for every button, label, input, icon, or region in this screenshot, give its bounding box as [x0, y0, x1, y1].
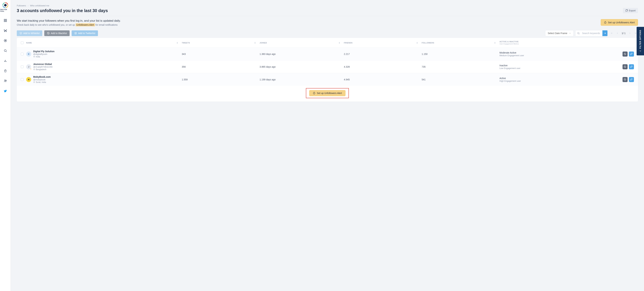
- row-checkbox[interactable]: [21, 78, 24, 81]
- col-tweets[interactable]: TWEETS ▲▼: [182, 42, 260, 44]
- col-joined[interactable]: JOINED ▲▼: [260, 42, 344, 44]
- page-first-button[interactable]: [609, 31, 614, 36]
- search-input[interactable]: [582, 30, 602, 36]
- block-button[interactable]: [622, 52, 628, 57]
- list-icon: [74, 32, 77, 35]
- nav-target-icon[interactable]: [2, 37, 9, 44]
- svg-point-31: [578, 32, 579, 34]
- brand-name: TWITTER TOOL: [0, 9, 10, 12]
- breadcrumb: Followers › Who unfollowed me: [17, 4, 638, 7]
- table-row: J Jeunesse Global @ArafatR70632290 Bangl…: [17, 60, 638, 73]
- table-row: D Digital Fly Solution @digitalflysoln I…: [17, 48, 638, 60]
- cell-tweets: 356: [182, 66, 260, 68]
- highlight-outline: Set up Unfollowers Alert: [306, 88, 349, 98]
- cell-joined: 1.199 days ago: [260, 78, 344, 81]
- svg-line-44: [624, 79, 626, 80]
- nav-analytics-icon[interactable]: [2, 57, 9, 64]
- row-checkbox[interactable]: [21, 53, 24, 55]
- avatar: D: [26, 52, 31, 57]
- stopwatch-icon: [313, 92, 316, 95]
- nav-trash-icon[interactable]: [2, 68, 9, 74]
- row-checkbox[interactable]: [21, 66, 24, 68]
- svg-line-32: [579, 34, 580, 34]
- nav-twitter-icon[interactable]: [2, 88, 9, 94]
- col-followers[interactable]: FOLLOWERS ▲▼: [422, 42, 500, 44]
- user-name[interactable]: Jeunesse Global: [33, 63, 52, 66]
- nav-network-icon[interactable]: [2, 27, 9, 34]
- svg-point-15: [5, 40, 6, 41]
- search-box: [575, 30, 608, 36]
- main-content: Followers › Who unfollowed me 3 accounts…: [11, 0, 644, 108]
- table-header: NAME ▲▼ TWEETS ▲▼ JOINED ▲▼ FRIENDS ▲▼ F…: [17, 38, 638, 48]
- bulk-action-group: Add to Whitelist Add to Blacklist Add to…: [17, 30, 98, 36]
- svg-line-12: [4, 31, 5, 32]
- twitterlist-label: Add to Twitterlist: [78, 32, 95, 35]
- cell-friends: 2.217: [344, 53, 422, 55]
- location-icon: [33, 81, 35, 83]
- search-submit-button[interactable]: [602, 30, 608, 36]
- link-icon: [630, 53, 632, 55]
- sort-icon: ▲▼: [338, 42, 340, 44]
- col-friends[interactable]: FRIENDS ▲▼: [344, 42, 422, 44]
- sort-icon: ▲▼: [176, 42, 178, 44]
- date-frame-select[interactable]: Select Date Frame: [545, 30, 574, 36]
- avatar: J: [26, 64, 31, 69]
- user-handle: @ArafatR70632290: [33, 66, 52, 68]
- cell-activity: Active High Engagement user: [500, 77, 616, 82]
- block-button[interactable]: [622, 64, 628, 69]
- select-all-checkbox[interactable]: [21, 42, 24, 44]
- page-prev-button[interactable]: [615, 31, 620, 36]
- nav-search-icon[interactable]: [2, 47, 9, 54]
- avatar: M: [26, 77, 31, 82]
- stopwatch-icon: [604, 21, 606, 24]
- table-row: M MobyBook.com @mobybook Surat, India 1.…: [17, 73, 638, 86]
- svg-point-39: [34, 69, 34, 69]
- filter-options-tab[interactable]: FILTER OPTIONS: [636, 27, 644, 55]
- blacklist-label: Add to Blacklist: [51, 32, 67, 35]
- open-link-button[interactable]: [629, 52, 634, 57]
- export-button[interactable]: Export: [623, 8, 638, 13]
- user-location: Surat, India: [33, 81, 51, 83]
- cell-friends: 4.945: [344, 78, 422, 81]
- cell-activity: Inactive Low Engagement user: [500, 64, 616, 70]
- unfollowers-table: NAME ▲▼ TWEETS ▲▼ JOINED ▲▼ FRIENDS ▲▼ F…: [17, 38, 638, 102]
- brand-logo[interactable]: TWITTER TOOL: [0, 2, 10, 12]
- setup-unfollowers-alert-button-bottom[interactable]: Set up Unfollowers Alert: [309, 90, 345, 96]
- open-link-button[interactable]: [629, 64, 634, 69]
- cell-followers: 735: [422, 66, 500, 68]
- shield-check-icon: [20, 32, 22, 35]
- svg-line-26: [48, 33, 49, 34]
- nav-dashboard-icon[interactable]: [2, 17, 9, 24]
- add-to-blacklist-button[interactable]: Add to Blacklist: [44, 30, 70, 36]
- svg-rect-3: [4, 21, 5, 22]
- user-name[interactable]: MobyBook.com: [33, 76, 51, 78]
- page-next-button[interactable]: [628, 31, 632, 36]
- breadcrumb-leaf: Who unfollowed me: [30, 4, 49, 7]
- col-active: ACTIVE & INACTIVE User Engagement Metric…: [500, 41, 616, 45]
- export-label: Export: [629, 9, 636, 12]
- sort-icon: ▲▼: [416, 42, 418, 44]
- svg-point-42: [34, 82, 34, 82]
- cell-tweets: 1.559: [182, 78, 260, 81]
- col-name[interactable]: NAME ▲▼: [26, 42, 182, 44]
- setup-unfollowers-alert-button[interactable]: Set up Unfollowers Alert: [601, 19, 638, 26]
- intro-highlight[interactable]: Unfollowers Alert: [76, 23, 95, 26]
- add-to-twitterlist-button[interactable]: Add to Twitterlist: [72, 30, 98, 36]
- location-icon: [33, 56, 35, 58]
- whitelist-label: Add to Whitelist: [23, 32, 40, 35]
- user-location: India: [33, 56, 54, 58]
- arrow-right-icon: [604, 32, 606, 34]
- nav-users-icon[interactable]: [2, 78, 9, 84]
- block-icon: [624, 53, 626, 55]
- block-button[interactable]: [622, 77, 628, 82]
- add-to-whitelist-button[interactable]: Add to Whitelist: [17, 30, 42, 36]
- search-icon: [576, 32, 582, 35]
- svg-rect-23: [626, 10, 627, 12]
- breadcrumb-root[interactable]: Followers: [17, 4, 26, 7]
- user-name[interactable]: Digital Fly Solution: [33, 50, 54, 53]
- cell-joined: 1.383 days ago: [260, 53, 344, 55]
- pagination: 1/ 1: [609, 31, 638, 36]
- logo-icon: [2, 2, 8, 9]
- open-link-button[interactable]: [629, 77, 634, 82]
- block-icon: [47, 32, 50, 35]
